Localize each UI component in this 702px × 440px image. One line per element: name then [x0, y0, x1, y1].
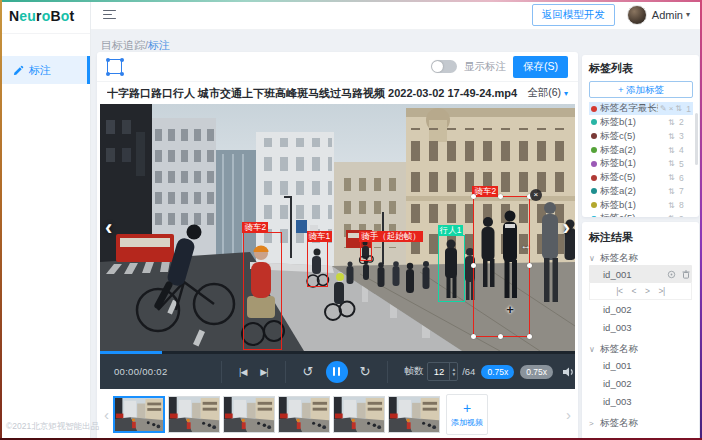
pager-last[interactable]: >| [658, 286, 664, 296]
sort-icon[interactable]: ⇅ [675, 104, 682, 113]
logo-part: N [9, 8, 19, 24]
result-item-selected[interactable]: id_001 [589, 265, 692, 283]
video-canvas[interactable]: 骑车2 骑车1 骑手（起始帧） 行人1 骑车2 × ‹ › + ↔ [100, 104, 575, 351]
edit-icon[interactable]: ✎ [660, 104, 667, 113]
speed-button-active[interactable]: 0.75x [481, 365, 514, 379]
sort-icon[interactable]: ⇅ [668, 173, 675, 182]
sidebar: NeuroBot 标注 ©2021北京矩视智能出品 [0, 0, 91, 440]
rewind-button[interactable]: ↺ [303, 364, 314, 379]
video-thumbnail[interactable] [278, 396, 330, 433]
tag-color-dot [591, 216, 597, 217]
tag-row[interactable]: 标签名字最长数... ✎ × ⇅ 1 [589, 102, 693, 115]
sort-icon[interactable]: ⇅ [668, 159, 675, 168]
sort-icon[interactable]: ⇅ [668, 187, 675, 196]
video-thumbnail[interactable] [388, 396, 440, 433]
tag-row[interactable]: 标签a(2) ⇅ 7 [589, 185, 693, 198]
result-group-label: 标签名称 [600, 343, 638, 356]
resize-handle[interactable] [471, 334, 476, 339]
prev-frame-button[interactable]: |◀ [239, 367, 246, 377]
back-to-model-dev-button[interactable]: 返回模型开发 [532, 4, 615, 26]
annotation-box-selected[interactable]: 骑车2 × [473, 196, 530, 337]
save-button[interactable]: 保存(S) [513, 56, 568, 78]
frame-stepper[interactable]: ▴▾ [449, 363, 457, 380]
sort-icon[interactable]: ⇅ [668, 201, 675, 210]
annotation-box[interactable]: 行人1 [438, 235, 465, 302]
delete-annotation-button[interactable]: × [530, 189, 542, 201]
thumbs-scroll-left[interactable]: ‹ [100, 406, 113, 423]
collapse-menu-icon[interactable] [103, 7, 116, 21]
annotation-box[interactable]: 骑车2 [243, 232, 282, 351]
video-thumbnail-selected[interactable] [113, 396, 165, 433]
trash-icon[interactable] [682, 270, 690, 279]
show-annotations-toggle[interactable] [431, 60, 457, 73]
step-down-icon[interactable]: ▾ [450, 372, 457, 377]
tag-color-dot [591, 119, 597, 125]
resize-handle[interactable] [527, 334, 532, 339]
pager-next[interactable]: > [645, 286, 649, 296]
avatar[interactable] [627, 5, 647, 25]
tag-shortcut: 1 [685, 104, 691, 114]
forward-button[interactable]: ↻ [360, 364, 371, 379]
tag-name: 标签c(5) [600, 130, 666, 143]
result-group-header[interactable]: ∨ 标签名称 [589, 343, 692, 356]
next-frame-button[interactable]: ▶| [260, 367, 267, 377]
delete-icon[interactable]: × [669, 104, 674, 113]
video-filter-dropdown[interactable]: 全部(6) ▾ [527, 86, 568, 100]
sort-icon[interactable]: ⇅ [668, 214, 675, 217]
frame-number-value[interactable]: 12 [428, 366, 449, 377]
scrollbar[interactable] [695, 113, 698, 165]
video-thumbnail[interactable] [168, 396, 220, 433]
sort-icon[interactable]: ⇅ [668, 118, 675, 127]
frame-number-input[interactable]: 12 ▴▾ [427, 362, 458, 381]
prev-video-arrow[interactable]: ‹ [105, 218, 112, 238]
result-group-header[interactable]: > 标签名称 [589, 417, 692, 430]
next-video-arrow[interactable]: › [563, 218, 570, 238]
tag-row[interactable]: 标签b(1) ⇅ 5 [589, 157, 693, 170]
annotation-label: 骑手（起始帧） [359, 231, 423, 242]
sidebar-item-annotate[interactable]: 标注 [0, 56, 90, 84]
pause-button[interactable] [326, 361, 348, 383]
video-thumbnail[interactable] [223, 396, 275, 433]
tag-name: 标签b(1) [600, 199, 666, 212]
volume-icon[interactable] [562, 366, 575, 378]
speed-button[interactable]: 0.75x [520, 365, 553, 379]
thumbs-scroll-right[interactable]: › [562, 406, 575, 423]
resize-handle[interactable] [498, 194, 503, 199]
locate-icon[interactable] [667, 270, 676, 279]
tag-row[interactable]: 标签b(1) ⇅ 8 [589, 198, 693, 211]
breadcrumb: 目标追踪/标注 [101, 38, 170, 53]
sort-icon[interactable]: ⇅ [668, 146, 675, 155]
user-name[interactable]: Admin [652, 9, 683, 21]
result-item[interactable]: id_002 [589, 300, 692, 318]
tag-row[interactable]: 标签c(5) ⇅ 3 [589, 130, 693, 143]
video-thumbnail[interactable] [333, 396, 385, 433]
add-video-button[interactable]: + 添加视频 [446, 394, 488, 435]
annotation-box[interactable]: 骑手（起始帧） [360, 241, 372, 261]
pager-first[interactable]: |< [616, 286, 622, 296]
result-item-id: id_002 [603, 304, 632, 315]
copyright-text: ©2021北京矩视智能出品 [6, 421, 99, 433]
tag-name: 标签a(2) [600, 144, 666, 157]
caret-open-icon: ∨ [589, 345, 596, 354]
topbar: 返回模型开发 Admin ▾ [91, 0, 702, 30]
result-item[interactable]: id_001 [589, 356, 692, 374]
result-group-header[interactable]: ∨ 标签名称 [589, 252, 692, 265]
sort-icon[interactable]: ⇅ [668, 132, 675, 141]
app-logo: NeuroBot [0, 0, 90, 34]
result-item[interactable]: id_003 [589, 392, 692, 410]
bbox-tool-icon[interactable] [107, 59, 122, 74]
add-tag-button[interactable]: + 添加标签 [589, 81, 693, 98]
resize-handle[interactable] [471, 263, 476, 268]
annotation-box[interactable]: 骑车1 [307, 241, 327, 287]
annotation-label: 骑车2 [472, 186, 498, 197]
tag-row[interactable]: 标签a(2) ⇅ 4 [589, 143, 693, 156]
tag-row[interactable]: 标签b(1) ⇅ 2 [589, 116, 693, 129]
resize-handle[interactable] [471, 194, 476, 199]
result-item[interactable]: id_002 [589, 374, 692, 392]
pager-prev[interactable]: < [632, 286, 636, 296]
result-item[interactable]: id_003 [589, 318, 692, 336]
breadcrumb-parent[interactable]: 目标追踪 [101, 39, 145, 51]
annotation-label: 行人1 [438, 225, 464, 236]
tag-row[interactable]: 标签c(5) ⇅ 6 [589, 171, 693, 184]
tag-row[interactable]: 标签c(5) ⇅ 9 [589, 212, 693, 217]
